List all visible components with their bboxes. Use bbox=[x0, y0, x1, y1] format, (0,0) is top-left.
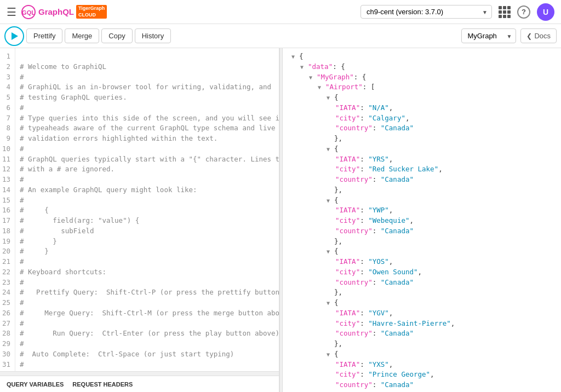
graph-selector[interactable]: MyGraph bbox=[461, 28, 516, 43]
docs-label: Docs bbox=[534, 32, 551, 40]
tigergraph-badge: TigerGraphCLOUD bbox=[76, 5, 107, 19]
server-selector[interactable]: ch9-cent (version: 3.7.0) bbox=[360, 5, 492, 19]
graph-selector-wrapper: MyGraph bbox=[461, 28, 516, 43]
chevron-left-icon: ❮ bbox=[526, 32, 532, 40]
results-content[interactable]: ▼ { ▼ "data": { ▼ "MyGraph": { bbox=[283, 48, 561, 392]
history-button[interactable]: History bbox=[135, 28, 171, 43]
tree-entry-4-close: }, bbox=[327, 287, 557, 298]
editor-horizontal-scrollbar[interactable] bbox=[0, 371, 279, 376]
help-icon[interactable]: ? bbox=[517, 5, 530, 19]
tree-entry-5-close: }, bbox=[327, 339, 557, 349]
toolbar-right: MyGraph ❮ Docs bbox=[461, 28, 557, 43]
query-variables-tab[interactable]: QUERY VARIABLES bbox=[7, 381, 64, 388]
tree-data-level: ▼ "data": { ▼ "MyGraph": { ▼ "Airport": … bbox=[291, 62, 557, 392]
request-headers-tab[interactable]: REQUEST HEADERS bbox=[72, 381, 133, 388]
toggle-entry-3[interactable]: ▼ bbox=[327, 197, 333, 205]
hamburger-icon[interactable]: ☰ bbox=[7, 5, 16, 19]
toggle-entry-1[interactable]: ▼ bbox=[327, 94, 333, 102]
toggle-mygraph[interactable]: ▼ bbox=[309, 73, 316, 82]
server-selector-wrapper: ch9-cent (version: 3.7.0) bbox=[360, 5, 492, 19]
editor-footer: QUERY VARIABLES REQUEST HEADERS bbox=[0, 376, 279, 392]
nav-right: ch9-cent (version: 3.7.0) ? U bbox=[360, 3, 554, 21]
logo-area: GQL GraphQL TigerGraphCLOUD bbox=[21, 4, 107, 20]
tree-entry-1-open: ▼ { bbox=[327, 93, 557, 103]
toggle-entry-4[interactable]: ▼ bbox=[327, 247, 333, 256]
user-avatar[interactable]: U bbox=[537, 3, 554, 21]
tree-entry-6-open: ▼ { bbox=[327, 349, 557, 360]
tree-data-key: ▼ "data": { bbox=[300, 62, 557, 72]
tree-entry-3-body: "IATA": "YWP", "city": "Webequie", "coun… bbox=[327, 205, 557, 236]
run-button[interactable] bbox=[4, 26, 24, 46]
toolbar: Prettify Merge Copy History MyGraph ❮ Do… bbox=[0, 24, 561, 48]
merge-button[interactable]: Merge bbox=[65, 28, 99, 43]
nav-left: ☰ GQL GraphQL TigerGraphCLOUD bbox=[7, 4, 107, 20]
apps-grid-icon[interactable] bbox=[499, 6, 511, 18]
play-icon bbox=[12, 32, 18, 40]
results-panel: ▼ { ▼ "data": { ▼ "MyGraph": { bbox=[283, 48, 561, 392]
editor-panel: 12345 678910 1112131415 1617181920 21222… bbox=[0, 48, 279, 392]
copy-button[interactable]: Copy bbox=[101, 28, 132, 43]
top-navigation: ☰ GQL GraphQL TigerGraphCLOUD ch9-cent (… bbox=[0, 0, 561, 24]
query-editor[interactable]: # Welcome to GraphiQL # # GraphiQL is an… bbox=[15, 48, 279, 371]
tree-airport-entries: ▼ { "IATA": "N/A", "city": "Calgary", "c… bbox=[318, 93, 557, 392]
svg-text:GQL: GQL bbox=[22, 9, 35, 16]
tree-entry-2-close: }, bbox=[327, 185, 557, 195]
tree-entry-2-body: "IATA": "YRS", "city": "Red Sucker Lake"… bbox=[327, 154, 557, 185]
toolbar-left: Prettify Merge Copy History bbox=[4, 26, 459, 46]
tree-mygraph-key: ▼ "MyGraph": { bbox=[309, 72, 557, 83]
tree-entry-1-body: "IATA": "N/A", "city": "Calgary", "count… bbox=[327, 103, 557, 134]
tree-entry-3-open: ▼ { bbox=[327, 195, 557, 206]
toggle-airport[interactable]: ▼ bbox=[318, 83, 324, 91]
tree-entry-5-open: ▼ { bbox=[327, 298, 557, 308]
results-tree: ▼ { ▼ "data": { ▼ "MyGraph": { bbox=[287, 51, 557, 392]
toggle-root[interactable]: ▼ bbox=[291, 53, 298, 61]
toggle-entry-2[interactable]: ▼ bbox=[327, 145, 333, 153]
toggle-entry-5[interactable]: ▼ bbox=[327, 299, 333, 307]
tree-airport-key: ▼ "Airport": [ bbox=[318, 82, 557, 93]
tree-entry-5-body: "IATA": "YGV", "city": "Havre-Saint-Pier… bbox=[327, 308, 557, 339]
line-numbers: 12345 678910 1112131415 1617181920 21222… bbox=[0, 48, 15, 371]
tree-entry-6-body: "IATA": "YXS", "city": "Prince George", … bbox=[327, 360, 557, 390]
editor-content[interactable]: 12345 678910 1112131415 1617181920 21222… bbox=[0, 48, 279, 371]
docs-button[interactable]: ❮ Docs bbox=[520, 28, 557, 43]
graphql-logo-icon: GQL bbox=[21, 4, 36, 20]
toggle-entry-6[interactable]: ▼ bbox=[327, 350, 333, 359]
tree-mygraph-level: ▼ "MyGraph": { ▼ "Airport": [ bbox=[300, 72, 557, 393]
tree-root-open: ▼ { bbox=[291, 51, 557, 62]
toggle-data[interactable]: ▼ bbox=[300, 63, 307, 71]
main-area: 12345 678910 1112131415 1617181920 21222… bbox=[0, 48, 561, 392]
tree-entry-1-close: }, bbox=[327, 134, 557, 144]
app-title: GraphQL bbox=[38, 7, 74, 16]
tree-entry-3-close: }, bbox=[327, 237, 557, 247]
tree-entry-4-body: "IATA": "YOS", "city": "Owen Sound", "co… bbox=[327, 257, 557, 287]
tree-entry-4-open: ▼ { bbox=[327, 246, 557, 257]
tree-entry-2-open: ▼ { bbox=[327, 144, 557, 154]
prettify-button[interactable]: Prettify bbox=[26, 28, 62, 43]
tree-airport-level: ▼ "Airport": [ ▼ { bbox=[309, 82, 557, 392]
